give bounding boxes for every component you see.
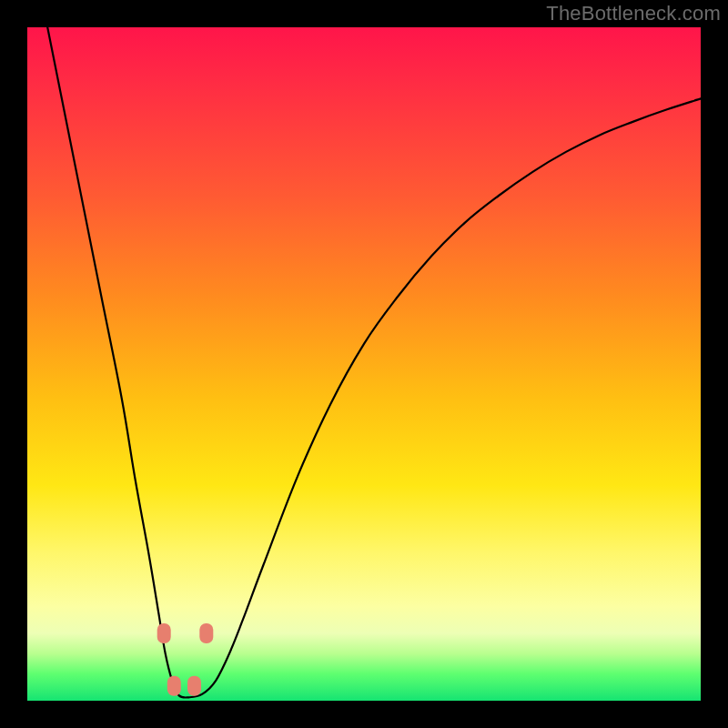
curve-marker [167, 676, 181, 696]
markers-group [157, 623, 214, 696]
curve-marker [187, 676, 201, 696]
watermark-text: TheBottleneck.com [546, 2, 721, 25]
chart-frame: TheBottleneck.com [0, 0, 728, 728]
chart-svg [27, 27, 701, 701]
bottleneck-curve [47, 27, 701, 698]
curve-marker [157, 623, 171, 643]
curve-marker [199, 623, 213, 643]
plot-area [27, 27, 701, 701]
